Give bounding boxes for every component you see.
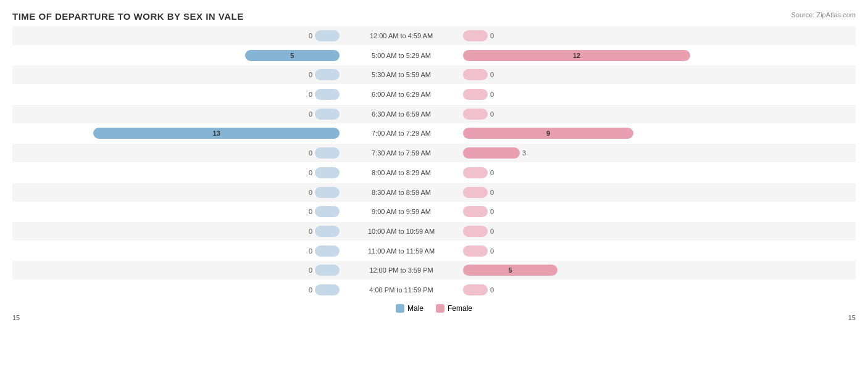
rows-container: 012:00 AM to 4:59 AM055:00 AM to 5:29 AM… [12, 27, 856, 299]
row-label: 10:00 AM to 10:59 AM [340, 228, 463, 235]
table-row: 010:00 AM to 10:59 AM0 [12, 222, 856, 241]
row-label: 7:30 AM to 7:59 AM [340, 149, 463, 157]
table-row: 08:00 AM to 8:29 AM0 [12, 163, 856, 182]
table-row: 08:30 AM to 8:59 AM0 [12, 183, 856, 202]
row-label: 8:00 AM to 8:29 AM [340, 169, 463, 176]
table-row: 04:00 PM to 11:59 PM0 [12, 281, 856, 299]
row-label: 5:00 AM to 5:29 AM [340, 52, 463, 59]
source-label: Source: ZipAtlas.com [791, 11, 856, 19]
table-row: 55:00 AM to 5:29 AM12 [12, 46, 856, 65]
female-legend-box [436, 304, 444, 313]
legend: Male Female [12, 304, 856, 313]
legend-female: Female [436, 304, 472, 313]
table-row: 137:00 AM to 7:29 AM9 [12, 124, 856, 142]
table-row: 09:00 AM to 9:59 AM0 [12, 202, 856, 221]
row-label: 8:30 AM to 8:59 AM [340, 189, 463, 196]
row-label: 5:30 AM to 5:59 AM [340, 71, 463, 78]
male-legend-label: Male [407, 304, 424, 313]
chart-title: TIME OF DEPARTURE TO WORK BY SEX IN VALE [12, 11, 856, 22]
row-label: 11:00 AM to 11:59 AM [340, 247, 463, 255]
male-legend-box [396, 304, 404, 313]
table-row: 012:00 AM to 4:59 AM0 [12, 27, 856, 45]
table-row: 012:00 PM to 3:59 PM5 [12, 261, 856, 279]
table-row: 011:00 AM to 11:59 AM0 [12, 242, 856, 260]
table-row: 05:30 AM to 5:59 AM0 [12, 65, 856, 84]
table-row: 06:00 AM to 6:29 AM0 [12, 85, 856, 104]
row-label: 7:00 AM to 7:29 AM [340, 130, 463, 137]
chart-container: TIME OF DEPARTURE TO WORK BY SEX IN VALE… [0, 0, 868, 367]
row-label: 4:00 PM to 11:59 PM [340, 286, 463, 294]
axis-left-label: 15 [12, 314, 20, 321]
axis-right-label: 15 [848, 314, 856, 321]
table-row: 06:30 AM to 6:59 AM0 [12, 105, 856, 123]
female-legend-label: Female [448, 304, 472, 313]
row-label: 9:00 AM to 9:59 AM [340, 208, 463, 215]
chart-area: 012:00 AM to 4:59 AM055:00 AM to 5:29 AM… [12, 27, 856, 321]
row-label: 6:30 AM to 6:59 AM [340, 110, 463, 118]
row-label: 12:00 PM to 3:59 PM [340, 266, 463, 274]
table-row: 07:30 AM to 7:59 AM3 [12, 144, 856, 162]
row-label: 6:00 AM to 6:29 AM [340, 91, 463, 98]
row-label: 12:00 AM to 4:59 AM [340, 32, 463, 39]
legend-male: Male [396, 304, 424, 313]
